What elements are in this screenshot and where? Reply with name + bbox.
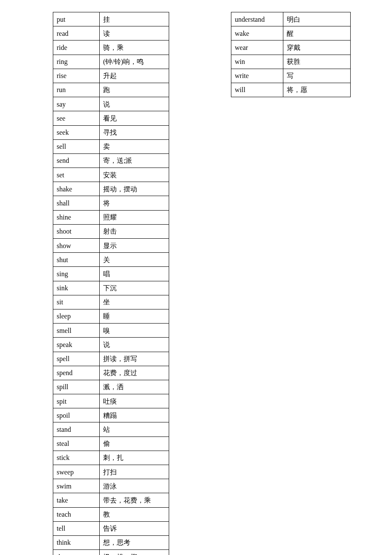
english-cell: stick	[53, 451, 100, 465]
english-cell: write	[231, 69, 283, 83]
chinese-cell: 糟蹋	[100, 408, 169, 422]
english-cell: swim	[53, 479, 100, 493]
chinese-cell: 嗅	[100, 324, 169, 338]
chinese-cell: 醒	[283, 26, 351, 40]
english-cell: tell	[53, 521, 100, 535]
english-cell: sink	[53, 281, 100, 295]
english-cell: smell	[53, 324, 100, 338]
chinese-cell: 拼读，拼写	[100, 352, 169, 366]
chinese-cell: 睡	[100, 309, 169, 323]
table-row: ring(钟/铃)响，鸣	[53, 55, 169, 69]
chinese-cell: 获胜	[283, 55, 351, 69]
english-cell: rise	[53, 69, 100, 83]
table-row: sweep打扫	[53, 465, 169, 479]
english-cell: will	[231, 83, 283, 97]
chinese-cell: 吐痰	[100, 394, 169, 408]
english-cell: say	[53, 97, 100, 111]
table-row: write写	[231, 69, 351, 83]
table-row: throw扔，投，掷	[53, 550, 169, 555]
table-row: seek寻找	[53, 125, 169, 139]
chinese-cell: 唱	[100, 267, 169, 281]
table-row: steal偷	[53, 436, 169, 451]
table-row: shall将	[53, 196, 169, 210]
table-row: shine照耀	[53, 210, 169, 224]
english-cell: run	[53, 83, 100, 97]
right-column: understand明白wake醒wear穿戴win获胜write写will将，…	[231, 12, 351, 97]
chinese-cell: 将	[100, 196, 169, 210]
chinese-cell: 刺，扎	[100, 451, 169, 465]
english-cell: spill	[53, 380, 100, 394]
table-row: sleep睡	[53, 309, 169, 323]
table-row: say说	[53, 97, 169, 111]
chinese-cell: 打扫	[100, 465, 169, 479]
chinese-cell: 想，思考	[100, 535, 169, 549]
chinese-cell: 游泳	[100, 479, 169, 493]
english-cell: throw	[53, 550, 100, 555]
table-row: shake摇动，摆动	[53, 182, 169, 196]
table-row: spit吐痰	[53, 394, 169, 408]
chinese-cell: 坐	[100, 295, 169, 309]
english-cell: understand	[231, 12, 283, 26]
vocab-table-right: understand明白wake醒wear穿戴win获胜write写will将，…	[231, 12, 351, 97]
chinese-cell: 花费，度过	[100, 366, 169, 380]
chinese-cell: 安装	[100, 168, 169, 182]
chinese-cell: 教	[100, 507, 169, 521]
english-cell: wear	[231, 40, 283, 55]
table-row: rise升起	[53, 69, 169, 83]
chinese-cell: 照耀	[100, 210, 169, 224]
chinese-cell: 寄，送;派	[100, 153, 169, 168]
english-cell: win	[231, 55, 283, 69]
table-row: shoot射击	[53, 224, 169, 238]
table-row: wake醒	[231, 26, 351, 40]
chinese-cell: 明白	[283, 12, 351, 26]
english-cell: spoil	[53, 408, 100, 422]
table-row: set安装	[53, 168, 169, 182]
chinese-cell: 说	[100, 338, 169, 352]
table-row: smell嗅	[53, 324, 169, 338]
chinese-cell: 关	[100, 253, 169, 267]
english-cell: shut	[53, 253, 100, 267]
english-cell: sweep	[53, 465, 100, 479]
table-row: win获胜	[231, 55, 351, 69]
table-row: ride骑，乘	[53, 40, 169, 55]
chinese-cell: 写	[283, 69, 351, 83]
chinese-cell: 穿戴	[283, 40, 351, 55]
english-cell: sell	[53, 139, 100, 153]
chinese-cell: 射击	[100, 224, 169, 238]
table-row: see看见	[53, 111, 169, 125]
english-cell: spell	[53, 352, 100, 366]
table-row: stand站	[53, 422, 169, 436]
table-row: understand明白	[231, 12, 351, 26]
table-row: sing唱	[53, 267, 169, 281]
chinese-cell: 偷	[100, 436, 169, 451]
english-cell: ride	[53, 40, 100, 55]
chinese-cell: 读	[100, 26, 169, 40]
table-row: run跑	[53, 83, 169, 97]
english-cell: shine	[53, 210, 100, 224]
table-row: shut关	[53, 253, 169, 267]
vocab-table-left: put挂read读ride骑，乘ring(钟/铃)响，鸣rise升起run跑sa…	[53, 12, 169, 555]
english-cell: send	[53, 153, 100, 168]
english-cell: see	[53, 111, 100, 125]
chinese-cell: 骑，乘	[100, 40, 169, 55]
chinese-cell: 升起	[100, 69, 169, 83]
table-row: swim游泳	[53, 479, 169, 493]
table-row: sell卖	[53, 139, 169, 153]
english-cell: seek	[53, 125, 100, 139]
table-row: sink下沉	[53, 281, 169, 295]
english-cell: shake	[53, 182, 100, 196]
table-row: think想，思考	[53, 535, 169, 549]
table-row: stick刺，扎	[53, 451, 169, 465]
chinese-cell: 带去，花费，乘	[100, 493, 169, 507]
table-row: tell告诉	[53, 521, 169, 535]
table-row: spoil糟蹋	[53, 408, 169, 422]
table-row: spell拼读，拼写	[53, 352, 169, 366]
english-cell: shall	[53, 196, 100, 210]
english-cell: shoot	[53, 224, 100, 238]
chinese-cell: 寻找	[100, 125, 169, 139]
table-row: sit坐	[53, 295, 169, 309]
chinese-cell: 看见	[100, 111, 169, 125]
english-cell: sleep	[53, 309, 100, 323]
chinese-cell: 告诉	[100, 521, 169, 535]
english-cell: read	[53, 26, 100, 40]
